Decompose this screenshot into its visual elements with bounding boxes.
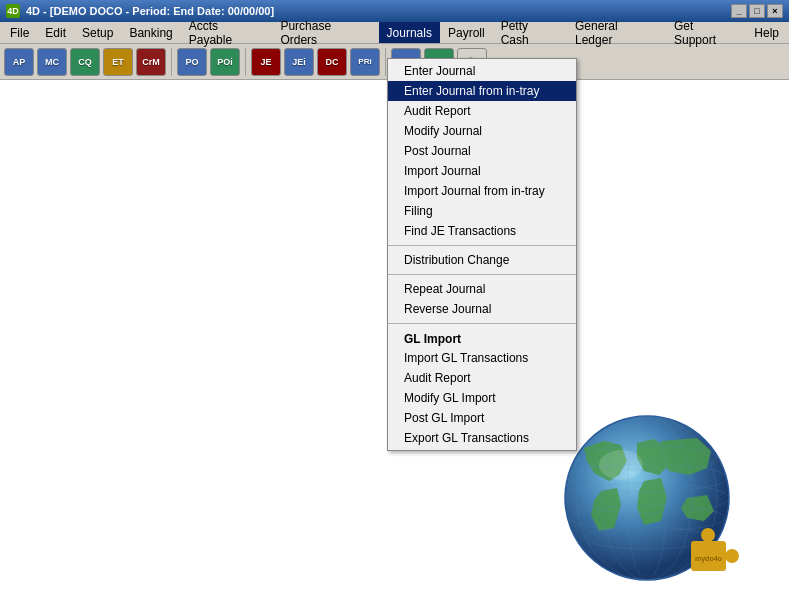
dropdown-modify-gl-import[interactable]: Modify GL Import [388,388,576,408]
toolbar-jei-button[interactable]: JEi [284,48,314,76]
toolbar-et-button[interactable]: ET [103,48,133,76]
menu-item-file[interactable]: File [2,22,37,43]
dropdown-repeat-journal[interactable]: Repeat Journal [388,279,576,299]
toolbar-po-button[interactable]: PO [177,48,207,76]
menu-item-edit[interactable]: Edit [37,22,74,43]
menu-item-setup[interactable]: Setup [74,22,121,43]
svg-text:mydo4o: mydo4o [695,555,722,563]
dropdown-export-gl-transactions[interactable]: Export GL Transactions [388,428,576,448]
menu-item-accts-payable[interactable]: Accts Payable [181,22,273,43]
menu-item-purchase-orders[interactable]: Purchase Orders [272,22,378,43]
dropdown-group-4: GL Import Import GL Transactions Audit R… [388,326,576,450]
toolbar-je-button[interactable]: JE [251,48,281,76]
menu-bar: File Edit Setup Banking Accts Payable Pu… [0,22,789,44]
menu-item-banking[interactable]: Banking [121,22,180,43]
dropdown-group-1: Enter Journal Enter Journal from in-tray… [388,59,576,243]
maximize-button[interactable]: □ [749,4,765,18]
dropdown-modify-journal[interactable]: Modify Journal [388,121,576,141]
toolbar-dc-button[interactable]: DC [317,48,347,76]
dropdown-divider-2 [388,274,576,275]
menu-item-general-ledger[interactable]: General Ledger [567,22,666,43]
dropdown-divider-1 [388,245,576,246]
menu-item-get-support[interactable]: Get Support [666,22,746,43]
menu-item-help[interactable]: Help [746,22,787,43]
toolbar-separator-1 [171,48,172,76]
toolbar-crm-button[interactable]: CrM [136,48,166,76]
window-title: 4D - [DEMO DOCO - Period: End Date: 00/0… [26,5,731,17]
svg-point-10 [599,450,643,480]
close-button[interactable]: × [767,4,783,18]
dropdown-distribution-change[interactable]: Distribution Change [388,250,576,270]
dropdown-import-journal-intray[interactable]: Import Journal from in-tray [388,181,576,201]
globe-decoration: mydo4o [549,403,769,593]
dropdown-group-2: Distribution Change [388,248,576,272]
dropdown-find-je-transactions[interactable]: Find JE Transactions [388,221,576,241]
journals-dropdown-menu: Enter Journal Enter Journal from in-tray… [387,58,577,451]
menu-item-payroll[interactable]: Payroll [440,22,493,43]
dropdown-divider-3 [388,323,576,324]
toolbar-poi-button[interactable]: POi [210,48,240,76]
minimize-button[interactable]: _ [731,4,747,18]
dropdown-post-journal[interactable]: Post Journal [388,141,576,161]
dropdown-enter-journal[interactable]: Enter Journal [388,61,576,81]
toolbar-mc-button[interactable]: MC [37,48,67,76]
dropdown-audit-report[interactable]: Audit Report [388,101,576,121]
dropdown-enter-journal-intray[interactable]: Enter Journal from in-tray [388,81,576,101]
toolbar-separator-3 [385,48,386,76]
window-controls[interactable]: _ □ × [731,4,783,18]
dropdown-import-gl-transactions[interactable]: Import GL Transactions [388,348,576,368]
svg-point-12 [701,528,715,542]
dropdown-filing[interactable]: Filing [388,201,576,221]
menu-item-journals[interactable]: Journals [379,22,440,43]
toolbar-pri-button[interactable]: PRi [350,48,380,76]
dropdown-import-journal[interactable]: Import Journal [388,161,576,181]
toolbar-ap-button[interactable]: AP [4,48,34,76]
title-bar: 4D 4D - [DEMO DOCO - Period: End Date: 0… [0,0,789,22]
dropdown-post-gl-import[interactable]: Post GL Import [388,408,576,428]
toolbar-cq-button[interactable]: CQ [70,48,100,76]
svg-point-13 [725,549,739,563]
dropdown-gl-import-header: GL Import [388,328,576,348]
app-icon: 4D [6,4,20,18]
dropdown-audit-report-gl[interactable]: Audit Report [388,368,576,388]
dropdown-group-3: Repeat Journal Reverse Journal [388,277,576,321]
globe-svg: mydo4o [549,403,749,588]
dropdown-reverse-journal[interactable]: Reverse Journal [388,299,576,319]
toolbar-separator-2 [245,48,246,76]
menu-item-petty-cash[interactable]: Petty Cash [493,22,567,43]
